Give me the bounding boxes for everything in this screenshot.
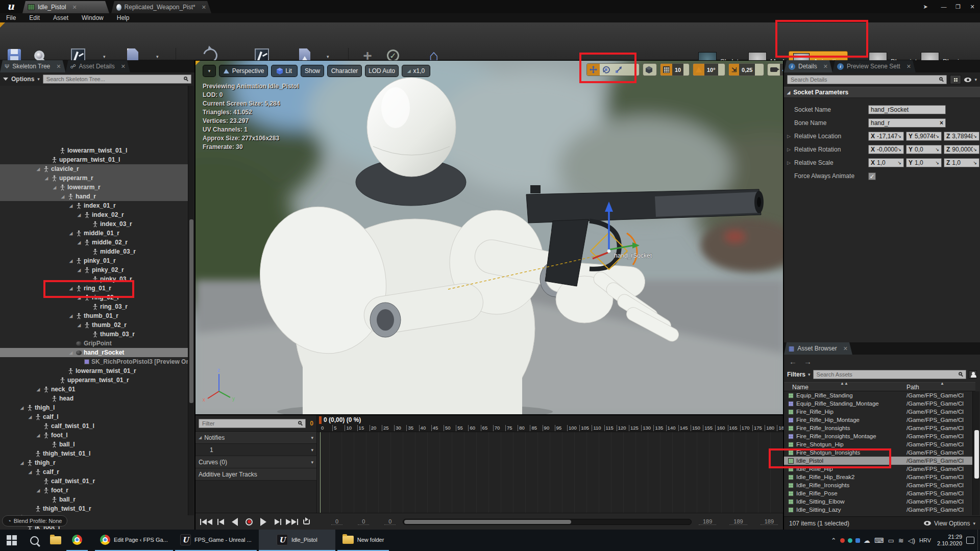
onedrive-icon[interactable]: ☁: [862, 537, 872, 544]
timeline-scrollbar-thumb[interactable]: [404, 520, 571, 524]
blend-profile-button[interactable]: ◔ Blend Profile: None: [2, 515, 67, 527]
range-start-field[interactable]: 0: [331, 518, 342, 525]
range-value-field[interactable]: 0: [384, 518, 396, 525]
to-front-button[interactable]: [200, 516, 213, 528]
rotation-x-field[interactable]: X-0,0000↘: [868, 145, 904, 154]
tree-row[interactable]: thumb_03_r: [0, 330, 188, 339]
expander-icon[interactable]: ▷: [787, 134, 791, 139]
asset-row[interactable]: Idle_Rifle_Hip_Break2/Game/FPS_Game/Cl: [784, 473, 972, 481]
tree-row[interactable]: ◢lowerarm_r: [0, 183, 188, 192]
asset-row[interactable]: Fire_Rifle_Ironsights/Game/FPS_Game/Cl: [784, 424, 972, 432]
menu-window[interactable]: Window: [82, 14, 104, 21]
chevron-down-icon[interactable]: ▾: [311, 460, 313, 465]
display-mode-button[interactable]: [950, 75, 961, 84]
grid-snap-toggle[interactable]: [660, 64, 672, 76]
character-button[interactable]: Character: [327, 65, 362, 77]
asset-row[interactable]: Fire_Shotgun_Hip/Game/FPS_Game/Cl: [784, 440, 972, 448]
tree-row[interactable]: calf_twist_01_r: [0, 477, 188, 486]
tree-scrollbar-thumb[interactable]: [189, 219, 193, 403]
tree-row[interactable]: ◢pinky_02_r: [0, 265, 188, 274]
network-icon[interactable]: ≋: [896, 537, 906, 544]
close-icon[interactable]: ✕: [906, 63, 911, 70]
tab-asset-details[interactable]: ☍ Asset Details ✕: [65, 60, 130, 72]
tree-row[interactable]: ◢index_01_r: [0, 201, 188, 210]
tray-icon-blue[interactable]: [855, 538, 860, 543]
location-y-field[interactable]: Y5,90746↘: [906, 132, 942, 141]
menu-asset[interactable]: Asset: [53, 14, 68, 21]
details-search-input[interactable]: [787, 75, 947, 84]
playhead-marker[interactable]: [319, 416, 322, 424]
force-always-animate-checkbox[interactable]: ✓: [868, 172, 876, 180]
clear-icon[interactable]: ×: [940, 119, 943, 127]
track-curves[interactable]: Curves (0) ▾: [195, 456, 316, 468]
asset-row[interactable]: Idle_Sitting_Lazy/Game/FPS_Game/Cl: [784, 506, 972, 514]
tree-row[interactable]: pinky_03_r: [0, 274, 188, 284]
tree-row[interactable]: SK_RichProtoPistol3 [Preview Only]: [0, 357, 188, 366]
tab-preview-scene-settings[interactable]: i Preview Scene Sett ✕: [832, 60, 916, 72]
tree-row[interactable]: ◢thigh_l: [0, 403, 188, 412]
asset-row[interactable]: Idle_Rifle_Ironsights/Game/FPS_Game/Cl: [784, 481, 972, 489]
tree-row[interactable]: ◢ring_02_r: [0, 293, 188, 302]
tree-row[interactable]: upperarm_twist_01_l: [0, 155, 188, 164]
tree-row[interactable]: ◢thumb_02_r: [0, 320, 188, 330]
tree-row[interactable]: ◢foot_l: [0, 431, 188, 440]
taskbar-app-new-folder[interactable]: New folder: [337, 530, 389, 551]
scale-y-field[interactable]: Y1,0↘: [906, 158, 942, 167]
chevron-down-icon[interactable]: ▾: [156, 54, 159, 59]
view-options-eye-icon[interactable]: [924, 521, 931, 525]
close-icon[interactable]: ✕: [823, 63, 828, 70]
document-tab-replicated-weapon[interactable]: Replicated_Weapon_Pist* ✕: [111, 1, 211, 13]
expander-icon[interactable]: ▷: [787, 147, 791, 152]
tree-row[interactable]: thigh_twist_01_r: [0, 504, 188, 513]
chevron-down-icon[interactable]: ▾: [311, 435, 313, 440]
location-z-field[interactable]: Z3,78948↘: [944, 132, 979, 141]
rotation-snap-toggle[interactable]: [693, 64, 704, 76]
asset-scrollbar-thumb[interactable]: [974, 430, 979, 479]
close-icon[interactable]: ✕: [843, 345, 848, 352]
socket-parameters-header[interactable]: ◢ Socket Parameters: [784, 87, 980, 98]
tree-row[interactable]: GripPoint: [0, 339, 188, 348]
record-button[interactable]: [242, 516, 256, 528]
range-end-field[interactable]: 189: [761, 518, 778, 525]
maximize-button[interactable]: ❐: [951, 2, 965, 12]
asset-row[interactable]: Idle_Pistol/Game/FPS_Game/Cl: [784, 457, 972, 465]
tree-row[interactable]: ball_l: [0, 440, 188, 449]
loop-button[interactable]: [300, 516, 313, 528]
taskbar-app-fps-game[interactable]: U FPS_Game - Unreal ...: [175, 530, 257, 551]
taskbar-search-button[interactable]: [23, 530, 45, 551]
keyboard-icon[interactable]: ⌨: [872, 537, 886, 544]
timeline-grid[interactable]: [317, 432, 783, 513]
step-backward-button[interactable]: [214, 516, 227, 528]
track-notify-1[interactable]: 1 ▾: [195, 444, 316, 456]
show-button[interactable]: Show: [301, 65, 324, 77]
chevron-down-icon[interactable]: ▾: [973, 521, 975, 526]
minimize-button[interactable]: —: [937, 2, 950, 12]
tree-scrollbar[interactable]: [188, 86, 194, 515]
asset-row[interactable]: Equip_Rifle_Standing/Game/FPS_Game/Cl: [784, 391, 972, 399]
timeline-scrollbar[interactable]: [403, 519, 692, 525]
close-icon[interactable]: ✕: [202, 4, 206, 11]
tree-row[interactable]: middle_03_r: [0, 247, 188, 256]
step-forward-button[interactable]: [271, 516, 284, 528]
rotation-y-field[interactable]: Y0,0↘: [906, 145, 942, 154]
tree-row[interactable]: ◢neck_01: [0, 385, 188, 394]
scale-snap-value[interactable]: 0,25: [739, 64, 755, 76]
tree-row[interactable]: ◢thumb_01_r: [0, 311, 188, 320]
rotate-tool-button[interactable]: [600, 64, 612, 76]
forward-button[interactable]: →: [804, 357, 812, 366]
tree-row[interactable]: head: [0, 394, 188, 403]
person-filter-icon[interactable]: [969, 370, 977, 379]
asset-row[interactable]: Equip_Rifle_Standing_Montage/Game/FPS_Ga…: [784, 399, 972, 408]
playback-speed-button[interactable]: ◢ x1,0: [402, 65, 430, 77]
tree-row[interactable]: ball_r: [0, 495, 188, 504]
menu-edit[interactable]: Edit: [29, 14, 40, 21]
menu-file[interactable]: File: [6, 14, 16, 21]
tab-skeleton-tree[interactable]: Ψ Skeleton Tree ✕: [0, 60, 65, 72]
expander-icon[interactable]: ▷: [787, 160, 791, 165]
range-value-field[interactable]: 0: [358, 518, 369, 525]
scale-tool-button[interactable]: [612, 64, 625, 76]
tree-row[interactable]: ◢index_02_r: [0, 210, 188, 219]
asset-search-input[interactable]: [813, 370, 966, 379]
tray-icon-red[interactable]: [840, 538, 845, 543]
asset-row[interactable]: Idle_Sitting_Sedan/Game/FPS_Game/Cl: [784, 514, 972, 515]
